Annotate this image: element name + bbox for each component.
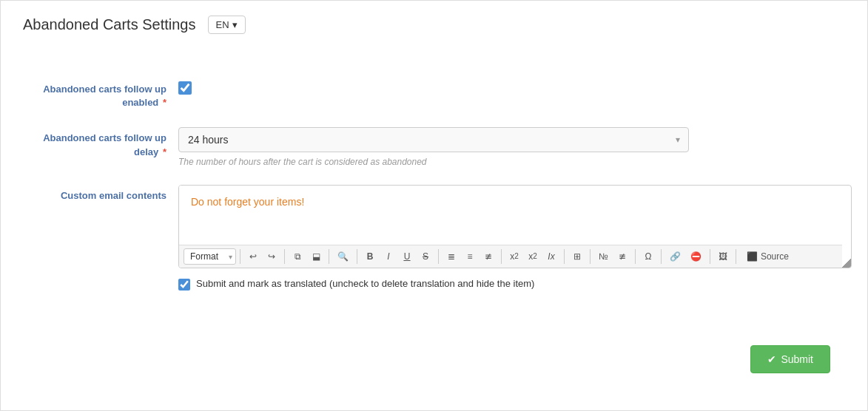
toolbar-sep-11 xyxy=(710,249,710,264)
paste-plain-button[interactable]: ⧉ xyxy=(289,249,306,264)
language-button[interactable]: EN ▾ xyxy=(208,16,246,34)
table-button[interactable]: ⊞ xyxy=(568,249,586,264)
underline-button[interactable]: U xyxy=(398,249,416,264)
custom-email-label: Custom email contents xyxy=(23,185,178,203)
link-group: 🔗 ⛔ xyxy=(665,249,706,264)
page-container: Abandoned Carts Settings EN ▾ Abandoned … xyxy=(0,0,868,411)
subscript-button[interactable]: x2 xyxy=(505,249,523,264)
follow-up-delay-row: Abandoned carts follow up delay * 24 hou… xyxy=(23,127,845,167)
translate-checkbox-row: Submit and mark as translated (uncheck t… xyxy=(178,276,696,291)
editor-wrap: Do not forget your items! Format ▾ xyxy=(178,185,852,268)
language-arrow: ▾ xyxy=(232,19,238,30)
table-group: ⊞ xyxy=(568,249,586,264)
custom-email-control: Do not forget your items! Format ▾ xyxy=(178,185,696,291)
unordered-list-button[interactable]: ≢ xyxy=(613,249,631,264)
required-star: * xyxy=(163,97,166,108)
list-group: № ≢ xyxy=(594,249,631,264)
submit-label: Submit xyxy=(781,353,813,365)
toolbar-sep-2 xyxy=(284,249,285,264)
follow-up-enabled-label: Abandoned carts follow up enabled * xyxy=(23,78,178,109)
ordered-list-button[interactable]: № xyxy=(594,249,613,264)
special-chars-button[interactable]: Ω xyxy=(639,249,657,264)
required-star-delay: * xyxy=(163,146,166,157)
unlink-button[interactable]: ⛔ xyxy=(686,249,706,264)
toolbar-sep-8 xyxy=(590,249,591,264)
editor-toolbar: Format ▾ ↩ ↪ xyxy=(179,245,842,268)
toolbar-sep-4 xyxy=(357,249,357,264)
toolbar-sep-1 xyxy=(240,249,240,264)
form-section: Abandoned carts follow up enabled * Aban… xyxy=(23,64,845,323)
source-label: Source xyxy=(761,251,789,262)
format-select[interactable]: Format xyxy=(184,248,236,265)
find-button[interactable]: 🔍 xyxy=(333,249,353,264)
align-center-button[interactable]: ≡ xyxy=(461,249,479,264)
toolbar-sep-7 xyxy=(564,249,565,264)
special-chars-group: Ω xyxy=(639,249,657,264)
delay-select-wrap: 24 hours 48 hours 72 hours ▾ xyxy=(178,127,689,152)
superscript-button[interactable]: x2 xyxy=(524,249,542,264)
toolbar-editor: Do not forget your items! Format ▾ xyxy=(179,186,851,268)
sub-sup-group: x2 x2 Ix xyxy=(505,249,560,264)
follow-up-delay-label: Abandoned carts follow up delay * xyxy=(23,127,178,158)
submit-button[interactable]: ✔ Submit xyxy=(750,345,830,373)
submit-icon: ✔ xyxy=(767,353,776,365)
undo-button[interactable]: ↩ xyxy=(244,249,262,264)
link-button[interactable]: 🔗 xyxy=(665,249,685,264)
submit-row: ✔ Submit xyxy=(23,345,845,373)
align-right-button[interactable]: ≢ xyxy=(480,249,497,264)
delay-hint: The number of hours after the cart is co… xyxy=(178,157,696,167)
strikethrough-button[interactable]: S xyxy=(417,249,434,264)
editor-bottom-row: Do not forget your items! Format ▾ xyxy=(179,186,851,268)
find-group: 🔍 xyxy=(333,249,353,264)
custom-email-row: Custom email contents Do not forget your… xyxy=(23,185,845,291)
toolbar-sep-12 xyxy=(736,249,736,264)
paste-group: ⧉ ⬓ xyxy=(289,249,325,264)
editor-content[interactable]: Do not forget your items! xyxy=(179,186,842,245)
paste-word-button[interactable]: ⬓ xyxy=(307,249,325,264)
format-dropdown-wrap: Format ▾ xyxy=(184,248,236,265)
toolbar-sep-10 xyxy=(661,249,662,264)
italic-button[interactable]: I xyxy=(380,249,397,264)
delay-select[interactable]: 24 hours 48 hours 72 hours xyxy=(178,127,689,152)
align-group: ≣ ≡ ≢ xyxy=(443,249,497,264)
page-title: Abandoned Carts Settings xyxy=(23,16,196,33)
toolbar-sep-9 xyxy=(635,249,636,264)
bold-button[interactable]: B xyxy=(361,249,379,264)
image-group: 🖼 xyxy=(714,249,732,264)
follow-up-enabled-row: Abandoned carts follow up enabled * xyxy=(23,78,845,109)
toolbar-sep-6 xyxy=(501,249,502,264)
toolbar-sep-5 xyxy=(438,249,439,264)
redo-button[interactable]: ↪ xyxy=(263,249,280,264)
editor-main: Do not forget your items! Format ▾ xyxy=(179,186,842,268)
translate-checkbox[interactable] xyxy=(178,279,190,291)
text-format-group: B I U S xyxy=(361,249,434,264)
follow-up-enabled-checkbox[interactable] xyxy=(178,81,192,95)
source-group: ⬛ Source xyxy=(740,248,795,265)
page-header: Abandoned Carts Settings EN ▾ xyxy=(23,16,845,41)
source-button[interactable]: ⬛ Source xyxy=(740,248,795,265)
undo-redo-group: ↩ ↪ xyxy=(244,249,280,264)
italic2-button[interactable]: Ix xyxy=(542,249,560,264)
toolbar-sep-3 xyxy=(329,249,329,264)
align-left-button[interactable]: ≣ xyxy=(443,249,460,264)
image-button[interactable]: 🖼 xyxy=(714,249,732,264)
follow-up-enabled-control xyxy=(178,78,696,97)
translate-checkbox-label: Submit and mark as translated (uncheck t… xyxy=(196,278,534,289)
source-icon: ⬛ xyxy=(747,251,758,262)
resize-handle[interactable] xyxy=(842,259,851,268)
language-label: EN xyxy=(216,19,229,30)
follow-up-delay-control: 24 hours 48 hours 72 hours ▾ The number … xyxy=(178,127,696,167)
